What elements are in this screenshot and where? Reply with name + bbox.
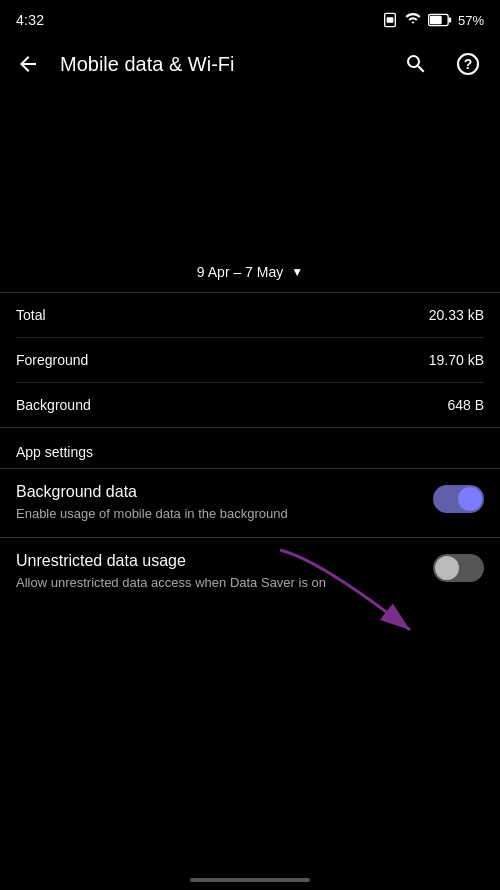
svg-rect-3 (430, 16, 442, 25)
battery-percent: 57% (458, 13, 484, 28)
stat-label-foreground: Foreground (16, 352, 88, 368)
back-button[interactable] (4, 40, 52, 88)
status-icons: 57% (382, 12, 484, 28)
background-data-toggle-thumb (458, 487, 482, 511)
app-settings-section: App settings Background data Enable usag… (0, 428, 500, 606)
background-data-toggle[interactable] (433, 485, 484, 513)
unrestricted-data-toggle[interactable] (433, 554, 484, 582)
unrestricted-data-title: Unrestricted data usage (16, 552, 417, 570)
background-data-text: Background data Enable usage of mobile d… (16, 483, 433, 523)
stats-section: Total 20.33 kB Foreground 19.70 kB Backg… (0, 293, 500, 428)
background-data-title: Background data (16, 483, 417, 501)
help-button[interactable]: ? (444, 40, 492, 88)
date-range-label: 9 Apr – 7 May (197, 264, 283, 280)
search-button[interactable] (392, 40, 440, 88)
background-data-subtitle: Enable usage of mobile data in the backg… (16, 505, 417, 523)
stat-label-background: Background (16, 397, 91, 413)
app-settings-header: App settings (0, 428, 500, 468)
sim-icon (382, 12, 398, 28)
svg-rect-4 (449, 17, 452, 22)
chart-area (0, 92, 500, 252)
stat-value-background: 648 B (447, 397, 484, 413)
unrestricted-data-toggle-thumb (435, 556, 459, 580)
page-title: Mobile data & Wi-Fi (52, 53, 392, 76)
status-bar: 4:32 57% (0, 0, 500, 36)
unrestricted-data-setting: Unrestricted data usage Allow unrestrict… (0, 538, 500, 606)
unrestricted-data-subtitle: Allow unrestricted data access when Data… (16, 574, 417, 592)
background-data-setting: Background data Enable usage of mobile d… (0, 469, 500, 537)
stat-label-total: Total (16, 307, 46, 323)
stat-value-foreground: 19.70 kB (429, 352, 484, 368)
date-dropdown-icon: ▼ (291, 265, 303, 279)
battery-icon (428, 13, 452, 27)
unrestricted-data-text: Unrestricted data usage Allow unrestrict… (16, 552, 433, 592)
app-bar-actions: ? (392, 40, 492, 88)
stat-row-background: Background 648 B (16, 383, 484, 427)
bottom-nav-bar (190, 878, 310, 882)
stat-value-total: 20.33 kB (429, 307, 484, 323)
status-time: 4:32 (16, 12, 44, 28)
svg-text:?: ? (464, 56, 473, 72)
stat-row-total: Total 20.33 kB (16, 293, 484, 338)
app-bar: Mobile data & Wi-Fi ? (0, 36, 500, 92)
stat-row-foreground: Foreground 19.70 kB (16, 338, 484, 383)
wifi-icon (404, 13, 422, 27)
date-selector[interactable]: 9 Apr – 7 May ▼ (0, 252, 500, 293)
svg-rect-1 (387, 17, 394, 22)
